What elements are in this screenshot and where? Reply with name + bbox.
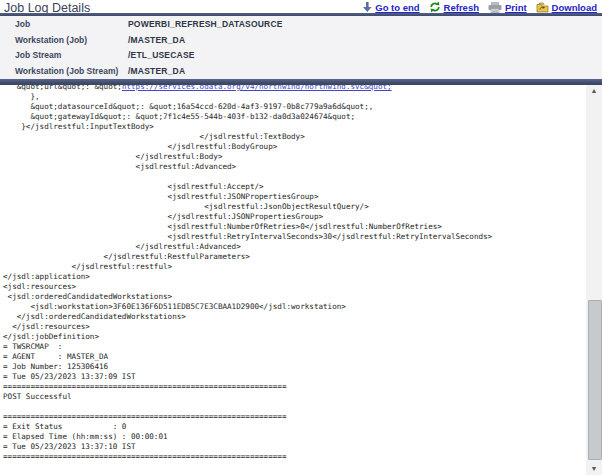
download-link[interactable]: Download	[536, 2, 597, 13]
printer-icon	[488, 2, 502, 13]
detail-value: /MASTER_DA	[128, 66, 185, 76]
detail-row-job: Job POWERBI_REFRESH_DATASOURCE	[0, 16, 602, 32]
job-log-details-window: Job Log Details Go to end Refresh	[0, 0, 602, 475]
refresh-icon	[429, 1, 441, 13]
detail-row-workstation-job-stream: Workstation (Job Stream) /MASTER_DA	[0, 63, 602, 79]
detail-value: /MASTER_DA	[128, 35, 185, 45]
scroll-up-arrow-icon[interactable]: ▲	[586, 85, 602, 97]
go-to-end-icon	[362, 2, 372, 13]
job-log-scroll-area[interactable]: &quot;url&quot;: &quot;https://services.…	[0, 85, 586, 475]
download-icon	[536, 2, 549, 13]
toolbar-actions: Go to end Refresh P	[362, 0, 602, 13]
job-details-panel: Job POWERBI_REFRESH_DATASOURCE Workstati…	[0, 16, 602, 79]
detail-row-job-stream: Job Stream /ETL_USECASE	[0, 48, 602, 64]
detail-row-workstation-job: Workstation (Job) /MASTER_DA	[0, 32, 602, 48]
go-to-end-label: Go to end	[375, 2, 419, 13]
refresh-label: Refresh	[444, 2, 479, 13]
print-link[interactable]: Print	[488, 2, 527, 13]
download-label: Download	[552, 2, 597, 13]
go-to-end-link[interactable]: Go to end	[362, 2, 419, 13]
log-url-link[interactable]: https://services.odata.org/v4/northwind/…	[122, 85, 392, 91]
detail-value: /ETL_USECASE	[128, 50, 195, 60]
detail-label: Job	[0, 19, 128, 29]
scroll-down-arrow-icon[interactable]: ▼	[586, 463, 602, 475]
detail-label: Job Stream	[0, 50, 128, 60]
job-log-output: &quot;url&quot;: &quot;https://services.…	[0, 85, 586, 462]
topbar: Job Log Details Go to end Refresh	[0, 0, 602, 14]
detail-value: POWERBI_REFRESH_DATASOURCE	[128, 19, 283, 29]
detail-label: Workstation (Job Stream)	[0, 66, 128, 76]
refresh-link[interactable]: Refresh	[429, 1, 479, 13]
scrollbar-thumb[interactable]	[588, 300, 602, 460]
detail-label: Workstation (Job)	[0, 35, 128, 45]
print-label: Print	[505, 2, 527, 13]
vertical-scrollbar[interactable]: ▲ ▼	[586, 85, 602, 475]
